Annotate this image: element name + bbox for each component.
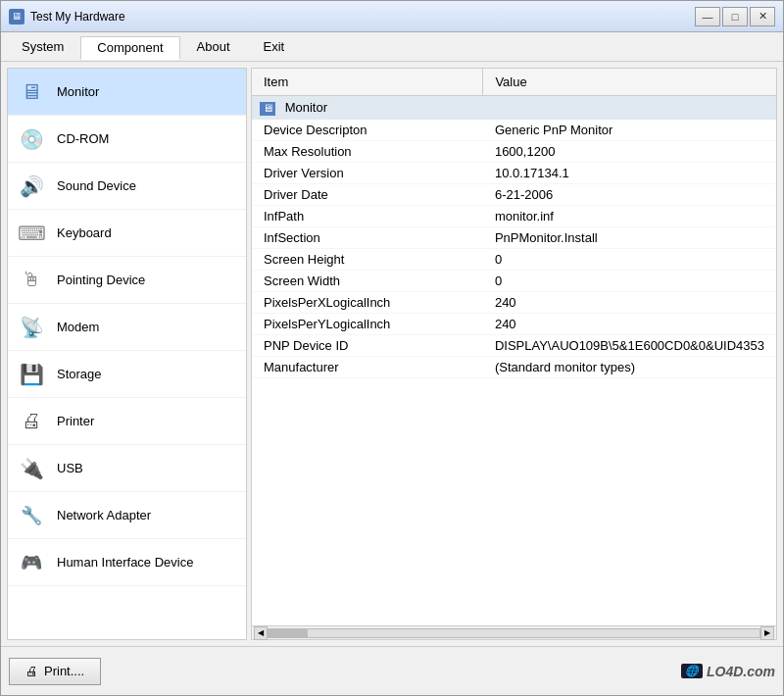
- table-row[interactable]: Max Resolution 1600,1200: [252, 140, 776, 162]
- sidebar-label-sound: Sound Device: [57, 178, 136, 193]
- title-bar: 🖥 Test My Hardware — □ ✕: [1, 1, 783, 32]
- section-title: Monitor: [285, 100, 327, 115]
- hid-icon: 🎮: [16, 547, 47, 578]
- sidebar-label-network: Network Adapter: [57, 508, 151, 522]
- keyboard-icon: ⌨: [16, 218, 47, 249]
- row-value-2: 10.0.17134.1: [483, 162, 776, 183]
- table-row[interactable]: InfPath monitor.inf: [252, 205, 776, 226]
- sidebar-label-usb: USB: [57, 461, 83, 475]
- watermark-text: LO4D.com: [707, 664, 775, 679]
- app-window: 🖥 Test My Hardware — □ ✕ System Componen…: [0, 0, 784, 696]
- modem-icon: 📡: [16, 312, 47, 343]
- tab-component[interactable]: Component: [80, 36, 179, 60]
- row-value-0: Generic PnP Monitor: [483, 120, 776, 141]
- table-row[interactable]: Driver Date 6-21-2006: [252, 183, 776, 205]
- watermark: 🌐 LO4D.com: [681, 664, 775, 679]
- row-value-9: 240: [483, 313, 776, 334]
- row-item-4: InfPath: [252, 205, 483, 226]
- sidebar-label-printer: Printer: [57, 414, 94, 428]
- table-row[interactable]: InfSection PnPMonitor.Install: [252, 226, 776, 248]
- table-row[interactable]: PixelsPerXLogicalInch 240: [252, 291, 776, 313]
- row-item-7: Screen Width: [252, 270, 483, 291]
- row-value-11: (Standard monitor types): [483, 356, 776, 377]
- sidebar-item-pointing[interactable]: 🖱 Pointing Device: [8, 257, 246, 304]
- row-value-1: 1600,1200: [483, 140, 776, 162]
- sidebar-label-keyboard: Keyboard: [57, 225, 112, 240]
- sidebar-label-storage: Storage: [57, 367, 102, 381]
- print-label: Print....: [44, 664, 84, 678]
- detail-table[interactable]: Item Value 🖥 Monitor Device Descripton G…: [252, 69, 776, 625]
- usb-icon: 🔌: [16, 453, 47, 484]
- hscroll-track[interactable]: [268, 628, 760, 638]
- maximize-button[interactable]: □: [722, 7, 748, 26]
- table-row[interactable]: Manufacturer (Standard monitor types): [252, 356, 776, 377]
- network-icon: 🔧: [16, 500, 47, 531]
- col-header-item: Item: [252, 69, 483, 96]
- sidebar-item-cdrom[interactable]: 💿 CD-ROM: [8, 116, 246, 163]
- row-item-5: InfSection: [252, 226, 483, 248]
- cdrom-icon: 💿: [16, 124, 47, 155]
- col-header-value: Value: [483, 69, 776, 96]
- minimize-button[interactable]: —: [695, 7, 720, 26]
- row-item-11: Manufacturer: [252, 356, 483, 377]
- close-button[interactable]: ✕: [750, 7, 775, 26]
- table-row[interactable]: Device Descripton Generic PnP Monitor: [252, 120, 776, 141]
- storage-icon: 💾: [16, 359, 47, 390]
- row-value-6: 0: [483, 248, 776, 270]
- row-item-3: Driver Date: [252, 183, 483, 205]
- sidebar-label-monitor: Monitor: [57, 84, 99, 99]
- table-row[interactable]: Screen Height 0: [252, 248, 776, 270]
- row-value-7: 0: [483, 270, 776, 291]
- sidebar-item-modem[interactable]: 📡 Modem: [8, 304, 246, 351]
- scroll-left-arrow[interactable]: ◀: [254, 626, 268, 640]
- row-item-1: Max Resolution: [252, 140, 483, 162]
- sidebar-label-pointing: Pointing Device: [57, 273, 145, 287]
- row-value-4: monitor.inf: [483, 205, 776, 226]
- row-value-3: 6-21-2006: [483, 183, 776, 205]
- printer-small-icon: 🖨: [25, 664, 38, 678]
- sidebar-item-usb[interactable]: 🔌 USB: [8, 445, 246, 492]
- printer-icon: 🖨: [16, 406, 47, 437]
- sidebar: 🖥 Monitor 💿 CD-ROM 🔊 Sound Device ⌨ Keyb…: [7, 68, 247, 640]
- row-item-0: Device Descripton: [252, 120, 483, 141]
- menu-bar: System Component About Exit: [1, 32, 783, 62]
- monitor-icon: 🖥: [16, 76, 47, 108]
- app-icon: 🖥: [9, 9, 24, 25]
- sidebar-item-printer[interactable]: 🖨 Printer: [8, 398, 246, 445]
- watermark-icon: 🌐: [681, 664, 703, 678]
- row-item-10: PNP Device ID: [252, 334, 483, 356]
- print-button[interactable]: 🖨 Print....: [9, 658, 101, 685]
- sidebar-item-monitor[interactable]: 🖥 Monitor: [8, 69, 246, 116]
- table-row[interactable]: PNP Device ID DISPLAY\AUO109B\5&1E600CD0…: [252, 334, 776, 356]
- table-row[interactable]: PixelsPerYLogicalInch 240: [252, 313, 776, 334]
- sound-icon: 🔊: [16, 171, 47, 202]
- sidebar-label-hid: Human Interface Device: [57, 555, 193, 570]
- row-value-10: DISPLAY\AUO109B\5&1E600CD0&0&UID4353: [483, 334, 776, 356]
- section-header-row: 🖥 Monitor: [252, 96, 776, 120]
- tab-system[interactable]: System: [5, 35, 80, 59]
- row-item-2: Driver Version: [252, 162, 483, 183]
- horizontal-scrollbar[interactable]: ◀ ▶: [252, 625, 776, 639]
- content-area: 🖥 Monitor 💿 CD-ROM 🔊 Sound Device ⌨ Keyb…: [1, 62, 783, 646]
- sidebar-item-network[interactable]: 🔧 Network Adapter: [8, 492, 246, 539]
- tab-about[interactable]: About: [180, 35, 247, 59]
- scroll-right-arrow[interactable]: ▶: [760, 626, 774, 640]
- sidebar-label-modem: Modem: [57, 320, 99, 334]
- window-title: Test My Hardware: [30, 10, 695, 24]
- tab-exit[interactable]: Exit: [247, 35, 302, 59]
- table-row[interactable]: Driver Version 10.0.17134.1: [252, 162, 776, 183]
- sidebar-item-hid[interactable]: 🎮 Human Interface Device: [8, 539, 246, 586]
- sidebar-item-sound[interactable]: 🔊 Sound Device: [8, 163, 246, 210]
- sidebar-item-keyboard[interactable]: ⌨ Keyboard: [8, 210, 246, 257]
- mouse-icon: 🖱: [16, 265, 47, 296]
- detail-panel: Item Value 🖥 Monitor Device Descripton G…: [251, 68, 777, 640]
- table-row[interactable]: Screen Width 0: [252, 270, 776, 291]
- sidebar-item-storage[interactable]: 💾 Storage: [8, 351, 246, 398]
- row-item-8: PixelsPerXLogicalInch: [252, 291, 483, 313]
- row-item-9: PixelsPerYLogicalInch: [252, 313, 483, 334]
- bottom-bar: 🖨 Print.... 🌐 LO4D.com: [1, 646, 783, 695]
- sidebar-label-cdrom: CD-ROM: [57, 131, 109, 146]
- window-controls: — □ ✕: [695, 7, 775, 26]
- hscroll-thumb[interactable]: [269, 629, 308, 637]
- row-value-8: 240: [483, 291, 776, 313]
